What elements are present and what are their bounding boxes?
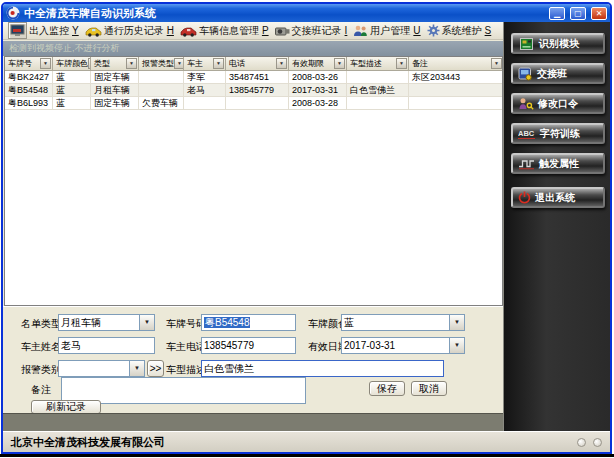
filter-dropdown-icon[interactable]: ▼ xyxy=(334,58,345,69)
yellow-car-icon xyxy=(85,25,102,37)
column-header-label: 车牌颜色 xyxy=(56,58,88,69)
remarks-label: 备注 xyxy=(31,383,51,397)
company-name: 北京中全清茂科技发展有限公司 xyxy=(11,435,165,450)
sidebar-button-label: 交接班 xyxy=(537,67,567,81)
list-type-label: 名单类型 xyxy=(21,317,61,331)
column-header[interactable]: 电话▼ xyxy=(226,57,289,71)
table-row[interactable]: 粤B54548蓝月租车辆老马1385457792017-03-31白色雪佛兰 xyxy=(5,84,502,97)
table-cell xyxy=(347,71,409,84)
window-title: 中全清茂车牌自动识别系统 xyxy=(24,6,156,21)
column-header[interactable]: 类型▼ xyxy=(91,57,139,71)
close-button[interactable]: ✕ xyxy=(591,7,607,20)
table-cell: 白色雪佛兰 xyxy=(347,84,409,97)
toolbar-item-shift-record[interactable]: 交接班记录I xyxy=(272,22,351,39)
table-row[interactable]: 粤B6L993蓝固定车辆欠费车辆2008-03-28 xyxy=(5,97,502,110)
handover-icon xyxy=(518,67,533,81)
filter-dropdown-icon[interactable]: ▼ xyxy=(174,58,184,69)
sidebar-button-recognition-module[interactable]: 识别模块 xyxy=(511,33,605,54)
table-cell: 35487451 xyxy=(226,71,289,84)
table-cell: 粤B6L993 xyxy=(5,97,53,110)
alarm-category-label: 报警类别 xyxy=(21,363,61,377)
toolbar-item-entry-exit-monitor[interactable]: 出入监控Y xyxy=(5,22,82,39)
filter-dropdown-icon[interactable]: ▼ xyxy=(276,58,287,69)
table-cell: 东区203443 xyxy=(409,71,503,84)
table-cell xyxy=(226,97,289,110)
column-header[interactable]: 车型描述▼ xyxy=(347,57,409,71)
sidebar-button-label: 修改口令 xyxy=(538,97,578,111)
power-icon xyxy=(518,191,531,204)
plate-color-select[interactable]: 蓝 ▼ xyxy=(341,314,465,331)
vehicle-table: 车牌号▼车牌颜色▼类型▼报警类型▼车主▼电话▼有效期限▼车型描述▼备注▼粤BK2… xyxy=(4,56,503,306)
column-header[interactable]: 报警类型▼ xyxy=(139,57,184,71)
minimize-button[interactable]: ▁ xyxy=(549,7,565,20)
filter-dropdown-icon[interactable]: ▼ xyxy=(396,58,407,69)
filter-dropdown-icon[interactable]: ▼ xyxy=(40,58,51,69)
video-status-text: 检测到视频停止,不进行分析 xyxy=(9,43,120,53)
toolbar-item-hotkey: H xyxy=(167,25,174,36)
column-header[interactable]: 车牌颜色▼ xyxy=(53,57,91,71)
alarm-category-select[interactable]: ▼ xyxy=(58,360,145,377)
filter-dropdown-icon[interactable]: ▼ xyxy=(491,58,502,69)
column-header[interactable]: 有效期限▼ xyxy=(289,57,347,71)
chip-icon xyxy=(518,37,535,51)
bottom-dark-band xyxy=(3,413,503,431)
function-sidebar: 识别模块交接班修改口令ABC字符训练触发属性退出系统 xyxy=(503,22,610,431)
table-cell xyxy=(347,97,409,110)
toolbar-item-vehicle-info-manage[interactable]: 车辆信息管理P xyxy=(177,22,272,39)
table-cell: 固定车辆 xyxy=(91,97,139,110)
column-header-label: 车型描述 xyxy=(350,58,382,69)
sidebar-button-shift-handover[interactable]: 交接班 xyxy=(511,63,605,84)
sidebar-button-trigger-properties[interactable]: 触发属性 xyxy=(511,153,605,174)
toolbar-item-label: 交接班记录 xyxy=(292,24,342,38)
sidebar-button-label: 触发属性 xyxy=(539,157,579,171)
column-header[interactable]: 车牌号▼ xyxy=(5,57,53,71)
valid-date-select[interactable]: 2017-03-31 ▼ xyxy=(341,337,465,354)
title-bar: 中全清茂车牌自动识别系统 ▁ ▢ ✕ xyxy=(3,4,610,22)
status-led-icon xyxy=(593,438,602,447)
save-button[interactable]: 保存 xyxy=(369,381,405,396)
owner-phone-input[interactable]: 138545779 xyxy=(201,337,296,354)
key-person-icon xyxy=(518,97,534,111)
chevron-down-icon[interactable]: ▼ xyxy=(449,315,464,330)
filter-dropdown-icon[interactable]: ▼ xyxy=(126,58,137,69)
maximize-button[interactable]: ▢ xyxy=(570,7,586,20)
column-header[interactable]: 车主▼ xyxy=(184,57,226,71)
toolbar-item-system-maintain[interactable]: 系统维护S xyxy=(424,22,495,39)
column-header-label: 类型 xyxy=(94,58,110,69)
toolbar-item-user-manage[interactable]: 用户管理U xyxy=(350,22,423,39)
sidebar-button-change-password[interactable]: 修改口令 xyxy=(511,93,605,114)
chevron-down-icon[interactable]: ▼ xyxy=(449,338,464,353)
alarm-category-more-button[interactable]: >> xyxy=(147,360,164,377)
table-cell: 2008-03-26 xyxy=(289,71,347,84)
toolbar-item-pass-history[interactable]: 通行历史记录H xyxy=(82,22,177,39)
chevron-down-icon[interactable]: ▼ xyxy=(129,361,144,376)
trigger-wave-icon xyxy=(518,158,535,170)
toolbar-item-label: 车辆信息管理 xyxy=(199,24,259,38)
table-cell: 欠费车辆 xyxy=(139,97,184,110)
selected-text: 粤B54548 xyxy=(204,317,250,328)
sidebar-button-exit-system[interactable]: 退出系统 xyxy=(511,187,605,208)
sidebar-button-label: 字符训练 xyxy=(540,127,580,141)
plate-number-input[interactable]: 粤B54548 xyxy=(201,314,296,331)
table-cell xyxy=(409,84,503,97)
abc-training-icon: ABC xyxy=(518,128,536,140)
column-header-label: 车牌号 xyxy=(8,58,32,69)
toolbar-item-hotkey: P xyxy=(262,25,269,36)
video-status-strip: 检测到视频停止,不进行分析 xyxy=(3,41,503,56)
column-header-label: 报警类型 xyxy=(142,58,174,69)
owner-name-label: 车主姓名 xyxy=(21,340,61,354)
table-row[interactable]: 粤BK2427蓝固定车辆李军354874512008-03-26东区203443 xyxy=(5,71,502,84)
vehicle-desc-input[interactable]: 白色雪佛兰 xyxy=(201,360,444,377)
chevron-down-icon[interactable]: ▼ xyxy=(139,315,154,330)
table-cell: 固定车辆 xyxy=(91,71,139,84)
filter-dropdown-icon[interactable]: ▼ xyxy=(213,58,224,69)
column-header[interactable]: 备注▼ xyxy=(409,57,503,71)
refresh-records-button[interactable]: 刷新记录 xyxy=(31,400,101,414)
owner-name-input[interactable]: 老马 xyxy=(58,337,155,354)
list-type-select[interactable]: 月租车辆 ▼ xyxy=(58,314,155,331)
table-cell: 粤B54548 xyxy=(5,84,53,97)
cancel-button[interactable]: 取消 xyxy=(411,381,447,396)
sidebar-button-character-training[interactable]: ABC字符训练 xyxy=(511,123,605,144)
toolbar-item-label: 出入监控 xyxy=(29,24,69,38)
table-cell: 蓝 xyxy=(53,97,91,110)
